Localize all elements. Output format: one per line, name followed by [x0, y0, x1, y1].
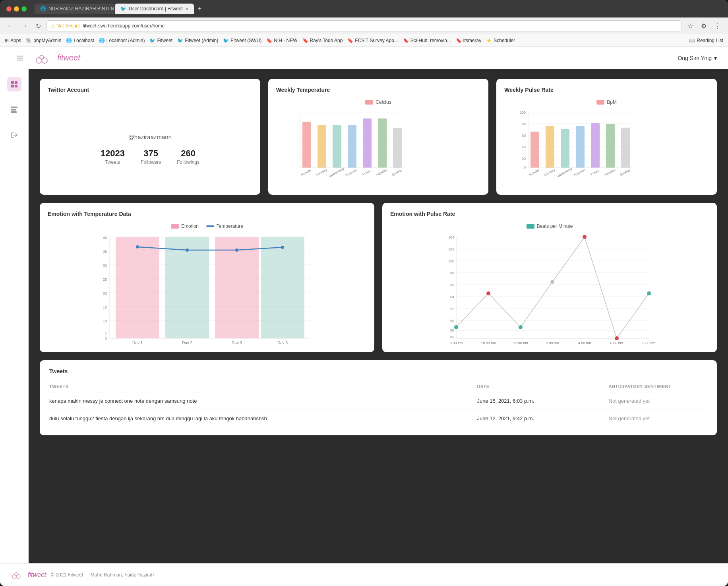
footer-logo-text: fitweet	[28, 571, 46, 578]
new-tab-button[interactable]: +	[195, 4, 205, 14]
bookmark-reading-list[interactable]: 📖 Reading List	[689, 38, 723, 43]
svg-rect-87	[261, 237, 304, 338]
tab-close-active-icon[interactable]: ✕	[185, 7, 188, 11]
pulse-bar-chart: 100 80 60 40 20 0	[516, 109, 635, 180]
svg-point-3	[36, 58, 42, 63]
tab-inactive[interactable]: 🌐 NUR FAIDZ HAZIRAH BINTI N... ✕	[35, 4, 114, 14]
back-button[interactable]: ←	[5, 21, 16, 31]
traffic-lights	[6, 6, 27, 12]
bookmark-localhost-admin[interactable]: 🌐 Localhost (Admin)	[99, 38, 145, 43]
svg-rect-24	[318, 125, 326, 168]
tweets-stat: 12023 Tweets	[101, 148, 125, 165]
bookmark-phpmyadmin-label: phpMyAdmin	[33, 38, 61, 43]
svg-point-91	[281, 246, 284, 249]
svg-text:Sunday: Sunday	[620, 168, 631, 177]
extensions-icon[interactable]: ⚙	[699, 21, 709, 31]
tweet-date: June 12, 2021, 9:42 p.m.	[477, 410, 608, 427]
svg-rect-28	[378, 118, 387, 168]
svg-text:0: 0	[105, 336, 107, 340]
bookmark-scihub[interactable]: 🔖 Sci-Hub: removin...	[403, 38, 451, 43]
sidebar-item-dashboard[interactable]	[7, 77, 21, 91]
tweet-text: kenapa makin messy je connect one note d…	[49, 392, 477, 410]
bookmark-fitweet-swu[interactable]: 🐦 Fitweet (SWU)	[223, 38, 261, 43]
emotion-pulse-chart-svg: 104 102 100 98 96 94 92 90 88 86	[390, 233, 709, 344]
svg-text:86: 86	[450, 335, 454, 339]
tweet-date: June 15, 2021, 6:03 p.m.	[477, 392, 608, 410]
weekly-pulse-legend: BpM	[504, 99, 709, 105]
bookmark-itsmeray[interactable]: 🔖 itsmeray	[456, 38, 481, 43]
temp-bar-chart: 40 30 20 10 0	[288, 109, 407, 180]
svg-text:96: 96	[450, 283, 454, 287]
minimize-button[interactable]	[14, 6, 19, 12]
bookmark-fitweet-label: Fitweet	[157, 38, 172, 43]
sidebar-item-profile[interactable]	[7, 103, 21, 117]
weekly-pulse-card: Weekly Pulse Rate BpM 100 80 60 40	[496, 79, 717, 195]
twitter-stats: 12023 Tweets 375 Followers 260 Following…	[101, 148, 199, 165]
followers-stat: 375 Followers	[141, 148, 161, 165]
svg-text:102: 102	[448, 247, 454, 251]
svg-text:10: 10	[103, 319, 107, 323]
user-menu[interactable]: Ong Sim Ying ▾	[678, 55, 717, 61]
svg-text:8.00 am: 8.00 am	[450, 341, 463, 344]
sidebar-toggle[interactable]	[11, 49, 29, 67]
not-secure-label: Not Secure	[56, 23, 80, 29]
svg-point-123	[647, 291, 651, 295]
refresh-button[interactable]: ↻	[33, 21, 43, 31]
bookmark-nih[interactable]: 🔖 NIH - NEW	[266, 38, 297, 43]
close-button[interactable]	[6, 6, 12, 12]
tab-label-active: User Dashboard | Fitweet	[129, 6, 183, 12]
bpm-legend-label: Beats per Minute	[537, 223, 573, 229]
bookmark-scheduler-label: Scheduler	[494, 38, 515, 43]
main-content: Twitter Account @haziraazmann 12023 Twee…	[29, 69, 728, 563]
pulse-legend-swatch	[596, 100, 604, 105]
emotion-temp-legend: Emotion Temperature	[48, 223, 366, 229]
warning-icon: ⚠	[51, 23, 55, 29]
bookmark-apps[interactable]: ⊞ Apps	[5, 38, 21, 43]
bookmark-fitweet-admin[interactable]: 🐦 Fitweet (Admin)	[177, 38, 218, 43]
svg-text:Tuesday: Tuesday	[315, 168, 327, 177]
bookmark-todo[interactable]: 🔖 Ray's Todo App	[302, 38, 343, 43]
emotion-pulse-card: Emotion with Pulse Rate Beats per Minute…	[382, 203, 717, 352]
sidebar-item-logout[interactable]	[7, 128, 21, 142]
menu-icon[interactable]: ⋮	[712, 21, 723, 31]
emotion-temp-title: Emotion with Temperature Data	[48, 211, 366, 217]
svg-rect-11	[11, 109, 16, 111]
svg-point-117	[454, 325, 458, 329]
svg-text:Friday: Friday	[590, 169, 600, 176]
svg-point-90	[235, 248, 238, 252]
svg-text:20: 20	[103, 291, 107, 295]
svg-point-118	[486, 291, 490, 295]
tweet-text: dulu selalu tunggu2 fiesta dengan ija se…	[49, 410, 477, 427]
bookmark-scheduler[interactable]: ⚡ Scheduler	[486, 38, 515, 43]
app-body: Twitter Account @haziraazmann 12023 Twee…	[0, 69, 728, 563]
svg-text:98: 98	[450, 271, 454, 275]
svg-rect-8	[11, 85, 14, 87]
svg-text:30: 30	[103, 264, 107, 268]
svg-point-5	[40, 55, 44, 59]
weekly-temp-legend: Celcius	[276, 99, 481, 105]
svg-point-132	[16, 574, 20, 578]
bookmark-fitweet[interactable]: 🐦 Fitweet	[149, 38, 172, 43]
svg-point-4	[42, 58, 47, 63]
bookmarks-icon[interactable]: ☆	[685, 21, 695, 31]
logo-text: fitweet	[57, 53, 80, 62]
footer-logo: fitweet	[11, 570, 46, 580]
tab-active[interactable]: 🐦 User Dashboard | Fitweet ✕	[115, 4, 194, 14]
bookmark-nih-label: NIH - NEW	[274, 38, 297, 43]
bookmark-phpmyadmin[interactable]: 🐘 phpMyAdmin	[26, 38, 61, 43]
svg-text:25: 25	[103, 277, 107, 281]
svg-text:12.00 pm: 12.00 pm	[513, 341, 528, 344]
weekly-temperature-card: Weekly Temperature Celcius 40 30 20	[268, 79, 489, 195]
bookmark-fcsit[interactable]: 🔖 FCSiT Survey App...	[347, 38, 398, 43]
browser-toolbar: ← → ↻ ⚠ Not Secure fitweet-swu.herokuapp…	[0, 17, 728, 34]
svg-rect-85	[165, 237, 209, 338]
svg-rect-7	[15, 81, 17, 84]
followers-label: Followers	[141, 159, 161, 165]
weekly-temp-title: Weekly Temperature	[276, 87, 481, 93]
chart-row-2: Emotion with Temperature Data Emotion Te…	[40, 203, 717, 352]
bookmark-localhost[interactable]: 🌐 Localhost	[66, 38, 94, 43]
forward-button[interactable]: →	[19, 21, 30, 31]
svg-text:Wednesday: Wednesday	[328, 167, 345, 178]
maximize-button[interactable]	[21, 6, 27, 12]
address-bar[interactable]: ⚠ Not Secure fitweet-swu.herokuapp.com/u…	[46, 20, 682, 31]
